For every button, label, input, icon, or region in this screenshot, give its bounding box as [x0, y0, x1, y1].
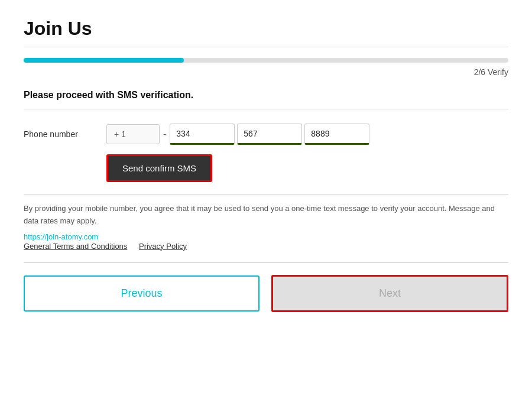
phone-field-2[interactable]: [237, 124, 302, 145]
policy-links: General Terms and Conditions Privacy Pol…: [24, 242, 508, 251]
step-indicator: 2/6 Verify: [24, 67, 508, 77]
privacy-policy-link[interactable]: Privacy Policy: [139, 242, 187, 251]
bottom-divider: [24, 194, 508, 194]
send-sms-row: Send confirm SMS: [106, 154, 508, 182]
phone-row: Phone number -: [24, 124, 508, 145]
phone-label: Phone number: [24, 129, 106, 139]
phone-fields: -: [106, 124, 372, 145]
nav-buttons: Previous Next: [24, 275, 508, 312]
phone-dash: -: [160, 129, 170, 140]
disclaimer-link[interactable]: https://join-atomy.com: [24, 232, 98, 241]
progress-bar-container: [24, 58, 508, 63]
nav-divider: [24, 262, 508, 263]
page-container: Join Us 2/6 Verify Please proceed with S…: [0, 0, 532, 399]
title-divider: [24, 47, 508, 47]
previous-button[interactable]: Previous: [24, 275, 259, 312]
phone-field-3[interactable]: [304, 124, 369, 145]
progress-bar-fill: [24, 58, 184, 63]
section-instruction: Please proceed with SMS verification.: [24, 90, 508, 100]
phone-country-code[interactable]: [106, 124, 160, 144]
page-title: Join Us: [24, 18, 508, 40]
disclaimer-text: By providing your mobile number, you agr…: [24, 203, 508, 228]
disclaimer-link-row: https://join-atomy.com: [24, 231, 508, 242]
send-sms-button[interactable]: Send confirm SMS: [106, 154, 212, 182]
general-terms-link[interactable]: General Terms and Conditions: [24, 242, 127, 251]
section-divider: [24, 109, 508, 109]
phone-field-1[interactable]: [170, 124, 235, 145]
next-button[interactable]: Next: [271, 275, 508, 312]
